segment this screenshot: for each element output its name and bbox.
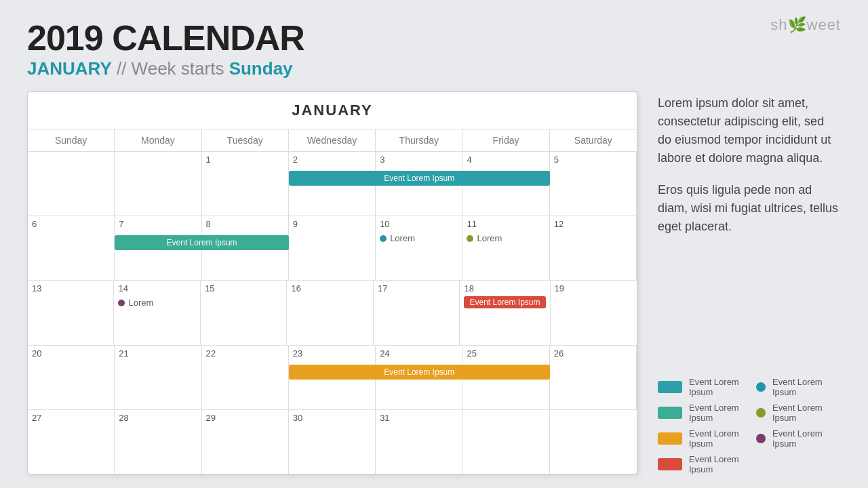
day-friday: Friday <box>462 129 549 151</box>
legend-red: Event Lorem Ipsum <box>658 454 743 474</box>
header: 2019 CALENDAR JANUARY // Week starts Sun… <box>27 20 841 79</box>
subtitle: JANUARY // Week starts Sunday <box>27 58 841 79</box>
logo-sh: sh <box>770 16 787 33</box>
cell-w3-sat: 19 <box>551 281 637 344</box>
page: sh🌿weet 2019 CALENDAR JANUARY // Week st… <box>0 0 868 488</box>
cell-w4-sun: 20 <box>28 346 115 409</box>
legend-green: Event Lorem Ipsum <box>658 403 743 423</box>
event-w2-dot-olive: Lorem <box>467 233 545 243</box>
cell-w2-sun: 6 <box>28 216 115 280</box>
legend-blue-dot: Event Lorem Ipsum <box>756 377 841 397</box>
event-w1-teal: Event Lorem Ipsum <box>289 171 550 186</box>
day-thursday: Thursday <box>376 129 462 151</box>
legend-green-swatch <box>658 407 682 419</box>
logo-leaf: 🌿 <box>788 16 807 33</box>
calendar-month-header: JANUARY <box>28 92 637 129</box>
week-1: 1 2 3 4 5 Event Lorem Ipsum <box>28 152 637 216</box>
cell-w5-fri <box>462 410 549 474</box>
legend-teal-label: Event Lorem Ipsum <box>689 377 743 397</box>
legend-olive-dot-label: Event Lorem Ipsum <box>772 403 841 423</box>
subtitle-january: JANUARY <box>27 58 112 79</box>
legend-area: Event Lorem Ipsum Event Lorem Ipsum Even… <box>658 377 841 474</box>
legend-teal-swatch <box>658 381 682 393</box>
day-wednesday: Wednesday <box>289 129 376 151</box>
legend-orange: Event Lorem Ipsum <box>658 428 743 449</box>
cell-w3-thu: 17 <box>374 281 460 344</box>
cell-w5-tue: 29 <box>202 410 289 474</box>
event-w2-dot-olive-label: Lorem <box>477 233 502 243</box>
day-sunday: Sunday <box>28 129 115 151</box>
cell-w3-tue: 15 <box>201 281 287 344</box>
legend-green-label: Event Lorem Ipsum <box>689 403 743 423</box>
cell-w2-sat: 12 <box>550 216 637 280</box>
event-w4-orange-label: Event Lorem Ipsum <box>384 367 454 377</box>
legend-blue-dot-label: Event Lorem Ipsum <box>772 377 841 397</box>
cell-w2-thu: 10 Lorem <box>376 216 462 280</box>
event-w1-teal-label: Event Lorem Ipsum <box>384 174 454 183</box>
day-saturday: Saturday <box>550 129 637 151</box>
cell-w2-fri: 11 Lorem <box>462 216 549 280</box>
calendar-days-header: Sunday Monday Tuesday Wednesday Thursday… <box>28 129 637 152</box>
event-w3-dot-purple: Lorem <box>118 298 196 308</box>
legend-purple-dot-label: Event Lorem Ipsum <box>772 428 841 449</box>
legend-orange-label: Event Lorem Ipsum <box>689 428 743 449</box>
cell-w5-sat <box>550 410 637 474</box>
legend-blue-dot-swatch <box>756 382 766 392</box>
dot-purple-icon <box>118 300 125 306</box>
main-title: 2019 CALENDAR <box>27 20 841 56</box>
description-2: Eros quis ligula pede non ad diam, wisi … <box>658 181 841 236</box>
legend-red-label: Event Lorem Ipsum <box>689 454 743 474</box>
event-w3-red: Event Lorem Ipsum <box>464 296 545 308</box>
event-w2-dot-blue: Lorem <box>380 233 458 243</box>
week-4: 20 21 22 23 24 25 26 Event Lorem Ipsum <box>28 346 637 410</box>
cell-w4-sat: 26 <box>550 346 637 409</box>
cell-w5-sun: 27 <box>28 410 115 474</box>
description-1: Lorem ipsum dolor sit amet, consectetur … <box>658 94 841 167</box>
event-w2-dot-blue-label: Lorem <box>390 233 415 243</box>
legend-orange-swatch <box>658 432 682 445</box>
event-w3-red-label: Event Lorem Ipsum <box>469 298 540 307</box>
cell-w2-wed: 9 <box>289 216 376 280</box>
legend-olive-dot-swatch <box>756 408 766 418</box>
content-area: JANUARY Sunday Monday Tuesday Wednesday … <box>27 92 841 474</box>
cell-w3-wed: 16 <box>287 281 374 344</box>
cell-w5-mon: 28 <box>115 410 201 474</box>
cell-w1-sun <box>28 152 115 216</box>
subtitle-mid: // Week starts <box>117 58 229 79</box>
cell-w3-sun: 13 <box>28 281 114 344</box>
calendar-weeks: 1 2 3 4 5 Event Lorem Ipsum 6 7 <box>28 152 637 474</box>
cell-w5-wed: 30 <box>289 410 376 474</box>
calendar-container: JANUARY Sunday Monday Tuesday Wednesday … <box>27 92 637 474</box>
cell-w1-mon <box>115 152 201 216</box>
cell-w3-fri: 18 Event Lorem Ipsum <box>460 281 550 344</box>
event-w2-green-label: Event Lorem Ipsum <box>167 238 237 247</box>
week-3: 13 14 Lorem 15 16 17 18 <box>28 281 637 345</box>
legend-teal: Event Lorem Ipsum <box>658 377 743 397</box>
cell-w1-sat: 5 <box>550 152 637 216</box>
logo-weet: weet <box>807 16 841 33</box>
cell-w4-tue: 22 <box>202 346 289 409</box>
calendar-grid: Sunday Monday Tuesday Wednesday Thursday… <box>28 129 637 474</box>
day-monday: Monday <box>115 129 201 151</box>
event-w3-dot-purple-label: Lorem <box>128 298 153 308</box>
dot-olive-icon <box>467 235 473 242</box>
day-tuesday: Tuesday <box>202 129 289 151</box>
cell-w5-thu: 31 <box>376 410 462 474</box>
logo: sh🌿weet <box>770 16 841 34</box>
week-5: 27 28 29 30 31 <box>28 410 637 474</box>
legend-purple-dot-swatch <box>756 434 766 443</box>
event-w4-orange: Event Lorem Ipsum <box>289 365 550 380</box>
right-panel: Lorem ipsum dolor sit amet, consectetur … <box>658 92 841 474</box>
cell-w1-tue: 1 <box>202 152 289 216</box>
subtitle-sunday: Sunday <box>229 58 293 79</box>
cell-w3-mon: 14 Lorem <box>114 281 201 344</box>
dot-blue-icon <box>380 235 387 242</box>
legend-red-swatch <box>658 458 682 470</box>
legend-olive-dot: Event Lorem Ipsum <box>756 403 841 423</box>
week-2: 6 7 8 9 10 Lorem 11 <box>28 216 637 281</box>
cell-w4-mon: 21 <box>115 346 201 409</box>
legend-purple-dot: Event Lorem Ipsum <box>756 428 841 449</box>
event-w2-green: Event Lorem Ipsum <box>115 235 289 250</box>
